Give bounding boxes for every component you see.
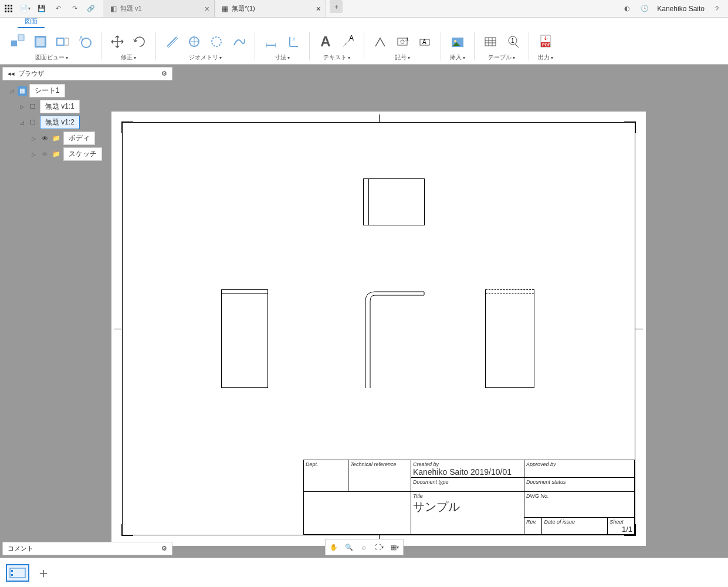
- svg-point-35: [454, 40, 456, 42]
- extensions-icon[interactable]: ◐: [622, 4, 632, 14]
- insert-image-icon[interactable]: [447, 32, 468, 53]
- svg-rect-10: [18, 35, 24, 41]
- tab-inactive[interactable]: ◧ 無題 v1 ×: [103, 0, 215, 17]
- zoom-icon[interactable]: 🔍: [342, 541, 356, 554]
- add-sheet-icon[interactable]: ＋: [36, 564, 50, 582]
- settings-icon[interactable]: ⚙: [161, 545, 167, 552]
- detail-view-icon[interactable]: A: [75, 32, 95, 52]
- file-icon[interactable]: 📄▾: [20, 4, 31, 14]
- section-view-icon[interactable]: [53, 32, 73, 52]
- text-icon[interactable]: A: [316, 32, 336, 52]
- insert-label[interactable]: 挿入▾: [450, 53, 465, 63]
- comment-title: コメント: [8, 544, 33, 553]
- tb-docstatus-label: Document status: [526, 479, 566, 485]
- surface-icon[interactable]: [370, 32, 390, 52]
- dimension-icon[interactable]: [261, 32, 281, 52]
- ribbon-tab-drawing[interactable]: 図面: [18, 16, 45, 28]
- svg-line-17: [168, 38, 178, 48]
- geometry-label[interactable]: ジオメトリ▾: [189, 53, 222, 63]
- redo-icon[interactable]: ↷: [69, 4, 80, 14]
- pdf-icon[interactable]: PDF: [535, 32, 556, 53]
- modify-label[interactable]: 修正▾: [121, 53, 136, 63]
- tb-dwgno-label: DWG No.: [526, 493, 549, 499]
- datum-icon[interactable]: .1: [392, 32, 412, 52]
- leader-icon[interactable]: A: [338, 32, 358, 52]
- sheet-thumbnail[interactable]: [6, 564, 29, 582]
- fit-icon[interactable]: ⛶▾: [373, 541, 387, 554]
- zoom-window-icon[interactable]: ⌕: [357, 541, 371, 554]
- apps-icon[interactable]: [4, 4, 14, 14]
- view-controls: ✋ 🔍 ⌕ ⛶▾ ▦▾: [325, 539, 404, 555]
- undo-icon[interactable]: ↶: [53, 4, 63, 14]
- add-tab-icon[interactable]: ＋: [330, 0, 343, 13]
- svg-rect-47: [10, 568, 25, 578]
- svg-rect-13: [57, 38, 64, 45]
- output-label[interactable]: 出力▾: [538, 53, 553, 63]
- browser-title: ブラウザ: [18, 69, 44, 78]
- tb-title-label: Title: [413, 493, 423, 499]
- tab-label: 無題*(1): [232, 4, 255, 13]
- ordinate-icon[interactable]: X: [283, 32, 303, 52]
- view-label[interactable]: 図面ビュー▾: [35, 53, 68, 63]
- spline-icon[interactable]: [229, 32, 249, 52]
- tree-sheet[interactable]: ◿ ▦ シート1: [2, 83, 172, 99]
- svg-rect-2: [11, 5, 12, 6]
- dimension-label[interactable]: 寸法▾: [275, 53, 290, 63]
- pan-icon[interactable]: ✋: [327, 541, 341, 554]
- svg-line-16: [167, 37, 177, 46]
- balloon-icon[interactable]: 1: [503, 32, 523, 52]
- drawing-view-right[interactable]: [485, 289, 534, 388]
- expand-icon[interactable]: ▷: [32, 136, 38, 141]
- collapse-icon[interactable]: ◿: [9, 88, 15, 94]
- save-icon[interactable]: 💾: [36, 4, 47, 14]
- help-icon[interactable]: ?: [712, 4, 722, 14]
- arc-icon[interactable]: [206, 32, 226, 52]
- collapse-icon[interactable]: ◿: [20, 120, 26, 126]
- svg-rect-9: [11, 41, 17, 46]
- toolbar: A 図面ビュー▾ 修正▾ ジオメトリ▾ X 寸法▾ A A テキ: [0, 28, 728, 65]
- drawing-view-front[interactable]: [361, 289, 425, 388]
- browser-header[interactable]: ◂◂ブラウザ ⚙: [2, 67, 172, 80]
- base-view-icon[interactable]: [8, 32, 28, 52]
- rotate-icon[interactable]: [130, 32, 150, 52]
- comment-header[interactable]: コメント ⚙: [2, 542, 172, 555]
- svg-rect-3: [5, 8, 6, 9]
- close-icon[interactable]: ×: [205, 4, 209, 14]
- symbol-label[interactable]: 記号▾: [395, 53, 410, 63]
- svg-text:1: 1: [511, 38, 514, 44]
- collapse-icon[interactable]: ◂◂: [8, 70, 15, 77]
- projected-view-icon[interactable]: [31, 32, 50, 52]
- line-icon[interactable]: [162, 32, 182, 52]
- drawing-view-top[interactable]: [363, 178, 425, 225]
- settings-icon[interactable]: ⚙: [161, 70, 167, 77]
- tb-title-value: サンプル: [413, 500, 460, 513]
- tree-label: シート1: [29, 84, 65, 97]
- svg-text:.1: .1: [405, 36, 409, 42]
- main-workspace: ◂◂ブラウザ ⚙ ◿ ▦ シート1 ▷ ☐ 無題 v1:1 ◿ ☐ 無題 v1:…: [0, 65, 728, 558]
- circle-icon[interactable]: [184, 32, 204, 52]
- visibility-icon[interactable]: 👁: [40, 134, 49, 143]
- tree-label: 無題 v1:1: [40, 100, 80, 113]
- close-icon[interactable]: ×: [316, 4, 321, 14]
- svg-point-15: [82, 38, 91, 48]
- svg-point-21: [212, 37, 221, 46]
- feature-frame-icon[interactable]: A: [415, 32, 435, 52]
- expand-icon[interactable]: ▷: [20, 104, 26, 110]
- svg-rect-7: [8, 11, 9, 12]
- move-icon[interactable]: [107, 32, 127, 52]
- visibility-off-icon[interactable]: 👁: [40, 150, 49, 159]
- drawing-view-left[interactable]: [221, 289, 268, 388]
- drawing-sheet[interactable]: Dept. Technical reference Created byKane…: [111, 112, 646, 546]
- display-style-icon[interactable]: ▦▾: [388, 541, 402, 554]
- table-icon[interactable]: [480, 32, 500, 52]
- title-block[interactable]: Dept. Technical reference Created byKane…: [303, 460, 635, 535]
- link-icon[interactable]: 🔗: [86, 4, 96, 14]
- table-label[interactable]: テーブル▾: [488, 53, 515, 63]
- user-name[interactable]: Kanehiko Saito: [657, 5, 705, 13]
- title-bar: 📄▾ 💾 ↶ ↷ 🔗 ◧ 無題 v1 × ▦ 無題*(1) × ＋ ◐ 🕓 Ka…: [0, 0, 728, 18]
- text-label[interactable]: テキスト▾: [323, 53, 350, 63]
- expand-icon[interactable]: ▷: [32, 151, 38, 157]
- clock-icon[interactable]: 🕓: [639, 4, 650, 14]
- tb-createdby-value: Kanehiko Saito 2019/10/01: [413, 467, 512, 477]
- tab-active[interactable]: ▦ 無題*(1) ×: [215, 0, 326, 17]
